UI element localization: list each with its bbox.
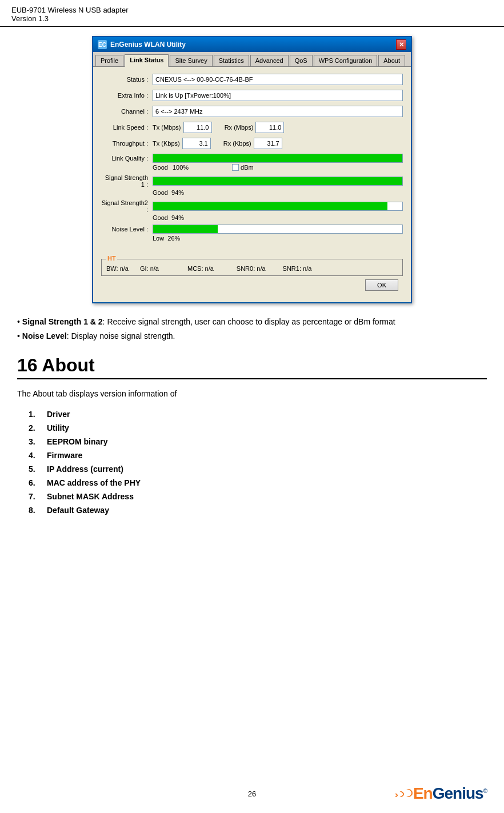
link-quality-label: Link Quality : — [101, 155, 153, 162]
ht-info-row: BW: n/a GI: n/a MCS: n/a SNR0: n/a SNR1:… — [106, 263, 398, 272]
noise-bullet-text: Noise Level — [22, 331, 67, 341]
item-num: 7. — [29, 492, 42, 501]
noise-bar-row: Noise Level : — [101, 225, 403, 234]
item-text: Firmware — [47, 451, 82, 460]
wlan-utility-dialog: EC EnGenius WLAN Utility ✕ Profile Link … — [92, 36, 412, 303]
signal1-rating: Good — [153, 189, 168, 196]
channel-row: Channel : — [101, 106, 403, 117]
ht-snr1-label: SNR1: n/a — [283, 265, 312, 272]
spacer — [101, 245, 403, 254]
ht-group-label: HT — [106, 255, 117, 262]
link-quality-info: Good 100% dBm — [153, 164, 254, 171]
throughput-row: Throughput : Tx (Kbps) Rx (Kbps) — [101, 138, 403, 149]
page-header: EUB-9701 Wireless N USB adapter Version … — [0, 0, 504, 27]
engenius-logo: EnGenius® — [394, 786, 487, 802]
titlebar-left: EC EnGenius WLAN Utility — [98, 40, 186, 49]
item-num: 4. — [29, 451, 42, 460]
list-item: 5. IP Address (current) — [29, 464, 487, 474]
page-title-line1: EUB-9701 Wireless N USB adapter — [11, 6, 493, 14]
signal2-sub-row: Good 94% — [101, 214, 403, 221]
extra-info-input[interactable] — [153, 90, 403, 101]
signal2-percent: 94% — [171, 214, 184, 221]
tx-kbps-input[interactable] — [182, 138, 211, 149]
rx-kbps-input[interactable] — [254, 138, 282, 149]
ht-gi-value: n/a — [150, 265, 159, 272]
dialog-title: EnGenius WLAN Utility — [110, 41, 186, 49]
ht-section: HT BW: n/a GI: n/a MCS: n/a SNR0: n/a SN… — [101, 259, 403, 276]
item-text: MAC address of the PHY — [47, 478, 141, 487]
link-speed-row: Link Speed : Tx (Mbps) Rx (Mbps) — [101, 122, 403, 133]
status-label: Status : — [101, 76, 153, 83]
extra-info-row: Extra Info : — [101, 90, 403, 101]
item-text: IP Address (current) — [47, 464, 123, 474]
link-quality-percent: 100% — [173, 164, 189, 171]
item-num: 5. — [29, 464, 42, 474]
page-title-line2: Version 1.3 — [11, 14, 493, 23]
signal2-bar-row: Signal Strength2 : — [101, 199, 403, 213]
item-num: 1. — [29, 410, 42, 419]
item-text: Subnet MASK Address — [47, 492, 134, 501]
signal1-fill — [153, 177, 402, 185]
logo-text: EnGenius® — [413, 786, 487, 802]
section16-intro: The About tab displays version informati… — [17, 387, 487, 400]
channel-input[interactable] — [153, 106, 403, 117]
signal1-bar — [153, 177, 403, 186]
tab-profile[interactable]: Profile — [95, 55, 123, 66]
link-speed-label: Link Speed : — [101, 124, 153, 131]
tab-about[interactable]: About — [378, 55, 405, 66]
list-item: 3. EEPROM binary — [29, 437, 487, 446]
app-icon: EC — [98, 40, 107, 49]
rx-speed-input[interactable] — [255, 122, 284, 133]
link-quality-rating: Good — [153, 164, 168, 171]
link-quality-fill — [153, 154, 402, 162]
tx-label: Tx (Mbps) — [153, 124, 181, 131]
logo-genius: Genius — [433, 784, 483, 802]
ok-button[interactable]: OK — [365, 279, 398, 291]
list-item: 4. Firmware — [29, 451, 487, 460]
tab-wps-config[interactable]: WPS Configuration — [314, 55, 378, 66]
ht-mcs-value: n/a — [205, 265, 214, 272]
status-row: Status : — [101, 74, 403, 85]
about-items-list: 1. Driver 2. Utility 3. EEPROM binary 4.… — [29, 410, 487, 515]
noise-fill — [153, 225, 218, 233]
tab-link-status[interactable]: Link Status — [125, 54, 169, 67]
tab-site-survey[interactable]: Site Survey — [170, 55, 212, 66]
tab-bar: Profile Link Status Site Survey Statisti… — [93, 52, 411, 67]
dialog-footer: OK — [101, 276, 403, 295]
signal1-percent: 94% — [171, 189, 184, 196]
ht-snr0-value: n/a — [257, 265, 265, 272]
bullet-section: • Signal Strength 1 & 2: Receive signal … — [17, 315, 487, 343]
tab-qos[interactable]: QoS — [290, 55, 313, 66]
noise-bullet-item: • Noise Level: Display noise signal stre… — [17, 329, 487, 343]
tab-statistics[interactable]: Statistics — [214, 55, 249, 66]
ht-snr0-label: SNR0: n/a — [237, 265, 266, 272]
dbm-checkbox[interactable] — [232, 164, 239, 171]
ht-bw-label: BW: n/a — [106, 265, 129, 272]
close-button[interactable]: ✕ — [396, 39, 406, 50]
signal1-sub-row: Good 94% — [101, 189, 403, 196]
signal1-label: Signal Strength 1 : — [101, 174, 153, 188]
tx-kbps-label: Tx (Kbps) — [153, 140, 180, 147]
list-item: 6. MAC address of the PHY — [29, 478, 487, 487]
noise-label: Noise Level : — [101, 226, 153, 233]
list-item: 7. Subnet MASK Address — [29, 492, 487, 501]
noise-percent: 26% — [167, 235, 180, 242]
tab-advanced[interactable]: Advanced — [250, 55, 289, 66]
item-num: 2. — [29, 423, 42, 432]
dialog-wrapper: EC EnGenius WLAN Utility ✕ Profile Link … — [92, 36, 412, 303]
dialog-body: Status : Extra Info : Channel : Link Spe… — [93, 67, 411, 302]
item-num: 3. — [29, 437, 42, 446]
link-quality-sub-row: Good 100% dBm — [101, 164, 403, 171]
status-input[interactable] — [153, 74, 403, 85]
item-text: Default Gateway — [47, 506, 109, 515]
dbm-checkbox-container: dBm — [232, 164, 254, 171]
tx-speed-input[interactable] — [183, 122, 212, 133]
wifi-arcs-icon — [394, 789, 413, 797]
logo-registered: ® — [483, 788, 487, 794]
item-text: EEPROM binary — [47, 437, 108, 446]
signal-bullet-desc: : Receive signal strength, user can choo… — [103, 317, 395, 326]
page-footer: 26 EnGenius® — [0, 786, 504, 802]
noise-sub-row: Low 26% — [101, 235, 403, 242]
channel-label: Channel : — [101, 108, 153, 115]
throughput-label: Throughput : — [101, 140, 153, 147]
